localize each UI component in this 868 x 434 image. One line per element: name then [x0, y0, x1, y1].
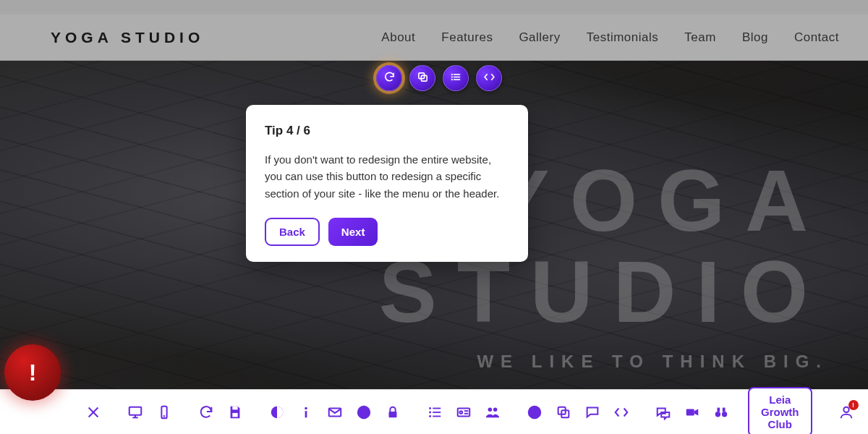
svg-point-18	[305, 407, 307, 409]
svg-rect-46	[718, 407, 720, 412]
globe-button[interactable]	[356, 404, 372, 420]
tip-body: If you don't want to redesign the entire…	[265, 151, 509, 202]
mail-button[interactable]	[327, 404, 343, 420]
svg-point-48	[843, 407, 848, 412]
redo-button[interactable]	[198, 404, 214, 420]
exclamation-icon: !	[29, 359, 37, 386]
alert-bubble[interactable]: !	[4, 344, 61, 401]
svg-rect-15	[232, 406, 237, 409]
top-strip	[0, 0, 868, 14]
svg-point-7	[451, 79, 452, 80]
code-button[interactable]	[613, 404, 629, 420]
svg-rect-10	[129, 407, 142, 414]
id-card-button[interactable]	[456, 404, 472, 420]
hero-subtitle: WE LIKE TO THINK BIG.	[379, 352, 828, 372]
add-button[interactable]	[527, 404, 542, 420]
copy-section-button[interactable]	[409, 65, 435, 91]
svg-rect-47	[723, 407, 726, 412]
svg-point-6	[451, 77, 452, 77]
main-nav: About Features Gallery Testimonials Team…	[381, 30, 839, 45]
video-button[interactable]	[684, 404, 700, 420]
mobile-preview-button[interactable]	[156, 404, 172, 420]
svg-point-26	[429, 411, 431, 413]
user-account-button[interactable]: !	[838, 404, 854, 420]
notification-badge: !	[848, 400, 859, 410]
tip-next-button[interactable]: Next	[328, 218, 378, 246]
code-icon	[483, 71, 495, 86]
redo-icon	[383, 71, 396, 86]
close-button[interactable]	[85, 404, 101, 420]
svg-point-44	[715, 412, 720, 417]
info-button[interactable]	[298, 404, 314, 420]
layout-section-button[interactable]	[443, 65, 469, 91]
svg-point-45	[722, 412, 727, 417]
tutorial-tip-card: Tip 4 / 6 If you don't want to redesign …	[246, 105, 528, 262]
contrast-button[interactable]	[269, 404, 285, 420]
nav-features[interactable]: Features	[441, 30, 493, 45]
chat-button[interactable]	[655, 404, 671, 420]
redesign-section-button[interactable]	[376, 65, 402, 91]
desktop-preview-button[interactable]	[127, 404, 143, 420]
bullet-list-button[interactable]	[427, 404, 443, 420]
svg-point-35	[488, 407, 493, 412]
growth-club-button[interactable]: Leia Growth Club	[748, 387, 812, 434]
lock-button[interactable]	[385, 404, 401, 420]
svg-point-32	[460, 411, 463, 414]
svg-point-36	[493, 407, 498, 412]
copy-icon	[417, 71, 429, 86]
code-section-button[interactable]	[476, 65, 502, 91]
svg-rect-19	[305, 411, 307, 417]
svg-rect-24	[389, 412, 397, 417]
tip-buttons: Back Next	[265, 218, 509, 246]
list-icon	[450, 71, 462, 86]
section-toolbar	[376, 65, 502, 91]
svg-rect-29	[433, 412, 441, 413]
svg-rect-30	[433, 415, 441, 417]
nav-testimonials[interactable]: Testimonials	[587, 30, 659, 45]
users-button[interactable]	[485, 404, 501, 420]
tip-back-button[interactable]: Back	[265, 218, 320, 246]
svg-rect-42	[686, 409, 694, 415]
svg-rect-28	[433, 407, 441, 409]
save-button[interactable]	[227, 404, 243, 420]
site-header: YOGA STUDIO About Features Gallery Testi…	[0, 14, 868, 61]
binoculars-button[interactable]	[713, 404, 729, 420]
nav-gallery[interactable]: Gallery	[519, 30, 560, 45]
editor-bottom-bar: Leia Growth Club !	[0, 389, 868, 434]
nav-blog[interactable]: Blog	[742, 30, 768, 45]
copy-button[interactable]	[556, 404, 571, 420]
tip-title: Tip 4 / 6	[265, 124, 509, 138]
svg-point-5	[451, 74, 452, 75]
svg-point-14	[164, 416, 165, 417]
svg-point-27	[429, 415, 431, 417]
nav-contact[interactable]: Contact	[794, 30, 839, 45]
site-logo[interactable]: YOGA STUDIO	[51, 29, 204, 46]
svg-rect-16	[232, 412, 237, 417]
nav-team[interactable]: Team	[684, 30, 716, 45]
nav-about[interactable]: About	[381, 30, 415, 45]
svg-point-25	[429, 407, 431, 409]
svg-marker-43	[694, 409, 699, 415]
comment-button[interactable]	[584, 404, 600, 420]
